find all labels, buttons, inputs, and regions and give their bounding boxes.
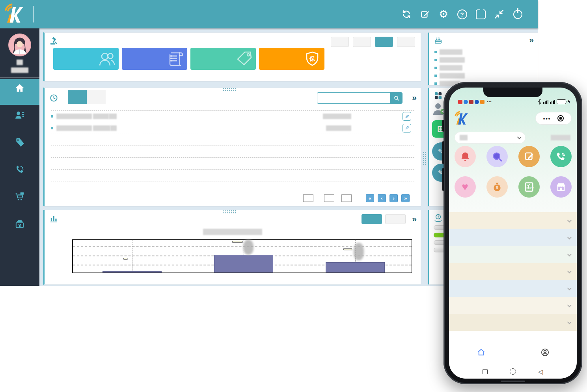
filter-week-button[interactable] [353, 37, 371, 47]
avatar[interactable] [8, 34, 31, 56]
home-icon [477, 348, 486, 357]
bullet-icon [434, 82, 437, 85]
birthday-item [434, 48, 534, 56]
phone-button [442, 120, 444, 132]
chevron-down-icon [567, 218, 572, 222]
action-customer-service[interactable] [449, 176, 481, 200]
customers-icon [97, 50, 116, 67]
search-icon[interactable] [390, 92, 403, 104]
sidebar-item-after-sales[interactable] [0, 162, 39, 187]
sidebar-item-finance[interactable] [0, 217, 39, 241]
brand-logo-icon [454, 111, 469, 126]
action-sales-report[interactable]: ¥ [513, 176, 545, 200]
filter-today-button[interactable] [331, 37, 349, 47]
clock-icon [49, 93, 58, 103]
user-name [0, 59, 39, 65]
svg-text:保: 保 [309, 56, 315, 62]
sidebar-item-home[interactable] [0, 79, 39, 105]
stat-row-month-customers[interactable] [449, 229, 577, 246]
app-header [0, 0, 538, 28]
tab-pending-callbacks[interactable] [68, 90, 87, 104]
svg-text:¥: ¥ [496, 185, 498, 190]
storefront-icon [550, 176, 572, 198]
stat-row-month-orders[interactable] [449, 263, 577, 280]
home-button[interactable] [510, 368, 516, 375]
todo-row [51, 122, 414, 134]
tab-expired[interactable] [87, 90, 106, 104]
more-icon[interactable] [543, 116, 551, 121]
stat-row-today-orders[interactable] [449, 246, 577, 263]
stat-row-today-sales[interactable] [449, 280, 577, 297]
price-tag-icon [235, 50, 253, 67]
action-customer-callback[interactable] [545, 146, 577, 170]
expand-icon[interactable] [529, 35, 534, 45]
recent-apps-button[interactable] [483, 369, 488, 374]
stat-cards: 保 [53, 48, 324, 70]
birthday-cake-icon [434, 36, 443, 45]
settings-gear-icon[interactable] [438, 9, 449, 20]
drag-handle[interactable] [223, 88, 237, 91]
stat-row-today-customers[interactable] [449, 212, 577, 229]
next-page-button[interactable]: › [389, 194, 398, 202]
customer-traffic-button[interactable] [385, 214, 406, 224]
store-selector-dropdown[interactable] [455, 132, 526, 144]
stat-card-orders [122, 48, 187, 70]
sidebar-item-customers[interactable] [0, 108, 39, 132]
person-icon [540, 348, 550, 357]
bar-202509 [326, 262, 385, 273]
power-icon[interactable] [512, 9, 523, 20]
chevron-down-icon [567, 269, 572, 273]
upload-icon[interactable] [475, 9, 486, 20]
miniprogram-capsule[interactable] [535, 112, 572, 125]
action-customer-search[interactable] [481, 146, 513, 170]
data-label [123, 258, 127, 259]
expand-icon[interactable] [412, 93, 417, 102]
todo-search [317, 92, 403, 104]
compress-icon[interactable] [494, 9, 505, 20]
edit-box-icon[interactable] [419, 9, 430, 20]
home-icon [15, 83, 25, 93]
heart-icon [455, 176, 476, 198]
action-sales-query[interactable]: ¥ [481, 176, 513, 200]
sidebar-item-sales[interactable] [0, 135, 39, 159]
action-todo[interactable] [449, 146, 481, 170]
screenshot-stage: 保 [0, 0, 587, 392]
per-page-input[interactable] [303, 194, 313, 202]
nav-home[interactable] [449, 346, 513, 364]
more-icon [487, 99, 492, 105]
phone-button [442, 141, 444, 164]
sidebar-item-inventory[interactable] [0, 189, 39, 214]
sync-icon[interactable] [401, 9, 412, 20]
search-input[interactable] [317, 92, 390, 104]
back-button[interactable] [538, 368, 543, 375]
close-target-icon[interactable] [557, 115, 564, 121]
app-icon [475, 100, 479, 104]
edit-icon [518, 146, 540, 167]
action-inventory-query[interactable] [545, 176, 577, 200]
filter-year-button[interactable] [397, 37, 415, 47]
bullet-icon [51, 115, 53, 118]
expand-icon[interactable] [412, 214, 417, 224]
stat-row-week-appointments[interactable] [449, 314, 577, 331]
nav-mine[interactable] [513, 346, 577, 364]
phone-action-grid: ¥ ¥ [449, 146, 577, 207]
help-icon[interactable] [457, 9, 468, 20]
stat-row-month-sales[interactable] [449, 297, 577, 314]
redaction-smudge [354, 243, 364, 260]
last-page-button[interactable]: » [401, 194, 410, 202]
phone-mockup: ¥ ¥ [444, 82, 582, 384]
sales-amount-button[interactable] [362, 214, 382, 224]
phone-screen: ¥ ¥ [449, 88, 577, 379]
drag-handle[interactable] [223, 210, 237, 213]
edit-icon[interactable] [403, 112, 411, 121]
panel-data-chart [43, 210, 421, 285]
phone-bottom-nav [449, 346, 577, 364]
prev-page-button[interactable]: ‹ [378, 194, 386, 202]
filter-month-button[interactable] [375, 37, 393, 47]
action-customer-entry[interactable] [513, 146, 545, 170]
search-icon [486, 146, 508, 167]
first-page-button[interactable]: « [366, 194, 374, 202]
drag-handle[interactable] [423, 151, 426, 165]
edit-icon[interactable] [403, 124, 411, 133]
inventory-cart-icon [15, 192, 25, 202]
